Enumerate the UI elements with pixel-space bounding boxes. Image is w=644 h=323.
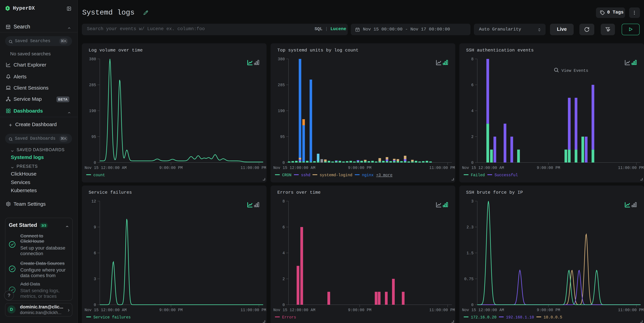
svg-text:11:00:00 PM: 11:00:00 PM	[429, 166, 455, 170]
svg-text:0: 0	[282, 303, 285, 307]
svg-text:6: 6	[94, 251, 96, 255]
svg-text:0: 0	[471, 161, 474, 165]
svg-text:Nov 15 12:00:00 AM: Nov 15 12:00:00 AM	[462, 166, 504, 170]
svg-text:9: 9	[94, 225, 96, 230]
svg-text:Service failures: Service failures	[93, 315, 131, 319]
svg-text:3: 3	[471, 199, 474, 204]
svg-text:0: 0	[94, 161, 96, 165]
svg-text:9:00:00 PM: 9:00:00 PM	[159, 308, 183, 312]
svg-text:11:00:00 PM: 11:00:00 PM	[618, 308, 644, 312]
svg-text:8: 8	[282, 199, 285, 204]
svg-text:190: 190	[89, 109, 96, 113]
svg-text:2.3: 2.3	[466, 225, 474, 230]
svg-text:Failed: Failed	[471, 173, 485, 177]
svg-text:95: 95	[91, 135, 96, 139]
svg-text:380: 380	[89, 57, 96, 62]
svg-text:0: 0	[471, 303, 474, 307]
svg-text:9:00:00 PM: 9:00:00 PM	[159, 166, 183, 170]
svg-text:Nov 15 12:00:00 AM: Nov 15 12:00:00 AM	[462, 308, 504, 312]
svg-text:+3 more: +3 more	[376, 173, 392, 177]
svg-text:2: 2	[282, 277, 285, 281]
svg-text:Nov 15 12:00:00 AM: Nov 15 12:00:00 AM	[273, 166, 315, 170]
svg-text:0.75: 0.75	[464, 277, 474, 281]
svg-text:4: 4	[471, 109, 474, 113]
svg-text:Nov 15 12:00:00 AM: Nov 15 12:00:00 AM	[273, 308, 315, 312]
svg-text:systemd-logind: systemd-logind	[320, 173, 352, 177]
svg-text:380: 380	[278, 57, 285, 62]
svg-text:95: 95	[280, 135, 285, 139]
svg-text:CRON: CRON	[282, 173, 292, 177]
svg-text:0: 0	[282, 161, 285, 165]
svg-text:View Events: View Events	[562, 68, 588, 73]
svg-text:4: 4	[282, 251, 285, 255]
svg-text:3: 3	[94, 277, 96, 281]
svg-text:1.5: 1.5	[466, 251, 474, 255]
svg-text:285: 285	[278, 83, 285, 87]
svg-text:9:00:00 PM: 9:00:00 PM	[348, 166, 372, 170]
svg-text:192.168.1.10: 192.168.1.10	[506, 315, 534, 319]
svg-text:11:00:00 PM: 11:00:00 PM	[618, 166, 644, 170]
svg-text:11:00:00 PM: 11:00:00 PM	[429, 308, 455, 312]
svg-text:190: 190	[278, 109, 285, 113]
svg-text:2: 2	[471, 135, 474, 139]
svg-text:6: 6	[282, 225, 285, 230]
svg-text:12: 12	[91, 199, 96, 204]
svg-text:285: 285	[89, 83, 96, 87]
svg-text:Nov 15 12:00:00 AM: Nov 15 12:00:00 AM	[84, 308, 126, 312]
svg-text:9:00:00 PM: 9:00:00 PM	[537, 308, 560, 312]
svg-text:11:00:00 PM: 11:00:00 PM	[240, 308, 266, 312]
svg-text:count: count	[93, 173, 105, 177]
svg-text:sshd: sshd	[301, 173, 310, 177]
svg-text:6: 6	[471, 83, 474, 87]
svg-text:Successful: Successful	[494, 173, 518, 177]
svg-text:nginx: nginx	[362, 173, 374, 177]
svg-text:10.0.0.5: 10.0.0.5	[544, 315, 562, 319]
svg-text:9:00:00 PM: 9:00:00 PM	[348, 308, 372, 312]
svg-text:8: 8	[471, 57, 474, 62]
svg-text:0: 0	[94, 303, 96, 307]
svg-text:11:00:00 PM: 11:00:00 PM	[240, 166, 266, 170]
svg-text:Errors: Errors	[282, 315, 296, 319]
svg-text:172.16.0.20: 172.16.0.20	[471, 315, 496, 319]
svg-text:9:00:00 PM: 9:00:00 PM	[537, 166, 560, 170]
svg-text:Nov 15 12:00:00 AM: Nov 15 12:00:00 AM	[84, 166, 126, 170]
